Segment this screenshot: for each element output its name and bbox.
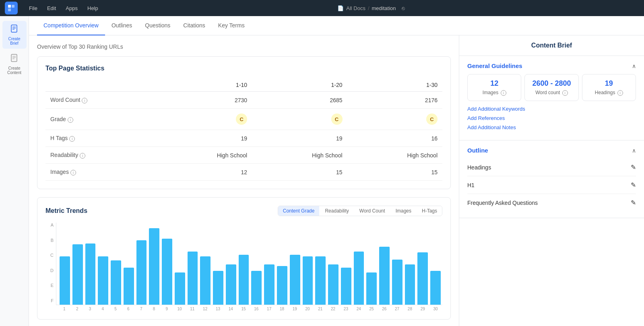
chart-bar — [226, 264, 236, 305]
y-label-c: C — [50, 253, 54, 258]
sidebar-label-create-content: Create Content — [4, 66, 25, 75]
main-panel: Overview of Top 30 Ranking URLs Top Page… — [29, 35, 459, 326]
chart-y-labels: A B C D E F — [45, 223, 54, 311]
filter-readability[interactable]: Readability — [320, 206, 353, 216]
chart-x-label: 12 — [200, 307, 211, 311]
chart-x-label: 23 — [341, 307, 351, 311]
tab-competition-overview[interactable]: Competition Overview — [37, 16, 105, 35]
split-content: Overview of Top 30 Ranking URLs Top Page… — [29, 35, 644, 326]
row-label-readability: Readability — [50, 152, 78, 158]
mini-card-word-count: 2600 - 2800 Word count i — [524, 74, 578, 101]
metric-trends-card: Metric Trends Content Grade Readability … — [37, 197, 451, 320]
chart-x-label: 6 — [123, 307, 134, 311]
chart-bars — [56, 223, 442, 305]
chart-x-label: 21 — [315, 307, 326, 311]
add-notes-link[interactable]: Add Additional Notes — [467, 124, 636, 130]
breadcrumb-doc[interactable]: meditation — [372, 5, 396, 11]
svg-rect-7 — [11, 54, 17, 62]
chart-bar — [354, 252, 364, 305]
menu-file[interactable]: File — [24, 0, 42, 16]
sidebar-item-create-brief[interactable]: Create Brief — [2, 21, 27, 49]
chart-x-label: 18 — [277, 307, 287, 311]
chart-bar — [251, 271, 262, 305]
chart-x-label: 16 — [251, 307, 262, 311]
tab-citations[interactable]: Citations — [177, 16, 211, 35]
info-icon-htags[interactable]: i — [69, 136, 75, 142]
grade-badge-1-20: C — [331, 113, 343, 125]
chart-bar — [277, 266, 287, 305]
chart-bar — [175, 272, 185, 305]
breadcrumb-separator: / — [368, 5, 369, 11]
chart-bar — [290, 255, 300, 305]
chart-x-label: 7 — [136, 307, 147, 311]
chart-bar — [379, 247, 390, 305]
info-icon-images-card[interactable]: i — [501, 90, 506, 96]
chart-bar — [124, 268, 134, 305]
sidebar-item-create-content[interactable]: Create Content — [2, 50, 27, 78]
htags-1-20: 19 — [252, 130, 347, 147]
filter-images[interactable]: Images — [391, 206, 416, 216]
chart-x-label: 17 — [264, 307, 275, 311]
outline-label-h1: H1 — [467, 182, 475, 188]
images-1-30: 15 — [347, 164, 442, 181]
table-row: Gradei C C C — [45, 109, 442, 130]
info-icon-headings-card[interactable]: i — [617, 90, 623, 96]
edit-icon-faq[interactable]: ✎ — [631, 199, 636, 206]
edit-icon-headings[interactable]: ✎ — [631, 163, 636, 171]
chevron-up-outline[interactable]: ∧ — [632, 147, 636, 154]
chart-x-label: 28 — [405, 307, 415, 311]
chart-x-label: 3 — [85, 307, 95, 311]
tab-key-terms[interactable]: Key Terms — [212, 16, 251, 35]
outline-item-faq: Frequently Asked Questions ✎ — [467, 194, 636, 211]
breadcrumb-alldocs[interactable]: All Docs — [346, 5, 365, 11]
right-panel: Content Brief General Guidelines ∧ 12 Im… — [459, 35, 644, 326]
tab-questions[interactable]: Questions — [138, 16, 177, 35]
word-count-value: 2600 - 2800 — [530, 79, 573, 88]
chart-x-label: 2 — [72, 307, 83, 311]
filter-h-tags[interactable]: H-Tags — [417, 206, 442, 216]
headings-value: 19 — [587, 79, 631, 88]
outline-label-headings: Headings — [467, 164, 491, 171]
trends-filters: Content Grade Readability Word Count Ima… — [278, 206, 442, 216]
y-label-a: A — [51, 223, 54, 227]
chart-bar — [366, 272, 377, 305]
grade-badge-1-10: C — [236, 113, 247, 125]
filter-word-count[interactable]: Word Count — [355, 206, 390, 216]
chart-bar — [239, 255, 249, 305]
menu-help[interactable]: Help — [83, 0, 103, 16]
chart-bar — [85, 243, 96, 305]
chart-bar — [188, 252, 198, 305]
menu-apps[interactable]: Apps — [61, 0, 83, 16]
htags-1-10: 19 — [157, 130, 252, 147]
chart-x-label: 9 — [161, 307, 172, 311]
tab-outlines[interactable]: Outlines — [105, 16, 138, 35]
section-title-guidelines: General Guidelines — [467, 62, 522, 69]
menu-edit[interactable]: Edit — [42, 0, 61, 16]
info-icon-wordcount[interactable]: i — [82, 98, 87, 103]
guidelines-stats-row: 12 Images i 2600 - 2800 Word count i — [467, 74, 636, 101]
row-label-images: Images — [50, 169, 69, 175]
info-icon-word-count-card[interactable]: i — [562, 90, 568, 96]
edit-icon-h1[interactable]: ✎ — [631, 181, 636, 189]
chart-inner: 1234567891011121314151617181920212223242… — [56, 223, 442, 311]
wordcount-1-10: 2730 — [157, 92, 252, 109]
info-icon-readability[interactable]: i — [80, 153, 85, 159]
outline-item-headings: Headings ✎ — [467, 159, 636, 176]
images-1-20: 15 — [252, 164, 347, 181]
info-icon-images[interactable]: i — [70, 170, 76, 175]
right-panel-header: Content Brief — [459, 35, 644, 56]
chart-x-label: 11 — [187, 307, 198, 311]
y-label-d: D — [50, 268, 54, 273]
filter-content-grade[interactable]: Content Grade — [278, 206, 320, 216]
y-label-b: B — [51, 238, 54, 243]
chart-x-label: 13 — [213, 307, 223, 311]
row-label-htags: H Tags — [50, 135, 68, 141]
info-icon-grade[interactable]: i — [68, 117, 73, 123]
add-keywords-link[interactable]: Add Additional Keywords — [467, 106, 636, 112]
add-references-link[interactable]: Add References — [467, 115, 636, 121]
chevron-up-guidelines[interactable]: ∧ — [632, 63, 636, 69]
chart-bar — [341, 268, 351, 305]
headings-label: Headings i — [595, 90, 623, 95]
grade-badge-1-30: C — [426, 113, 438, 125]
chart-x-label: 29 — [417, 307, 428, 311]
